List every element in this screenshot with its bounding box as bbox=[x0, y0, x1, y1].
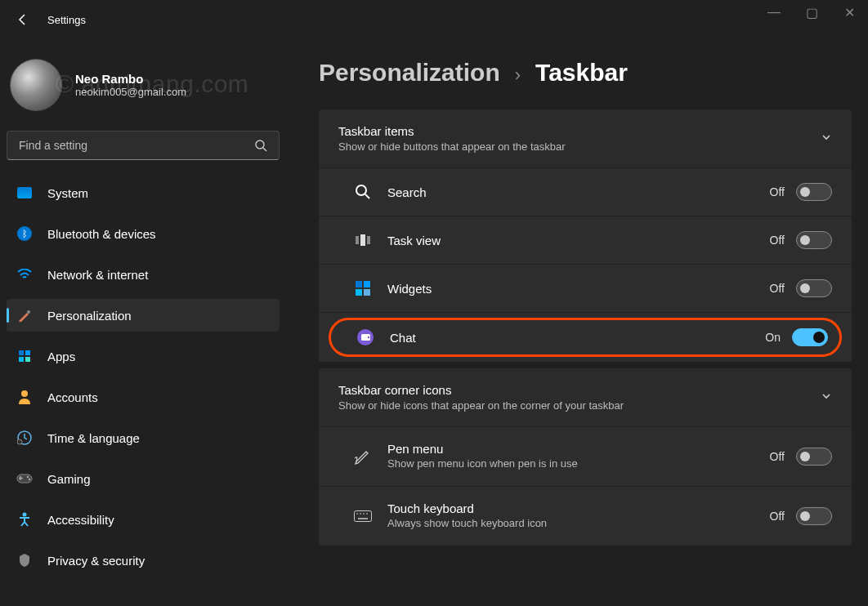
toggle-state-label: Off bbox=[770, 282, 785, 295]
setting-title: Touch keyboard bbox=[387, 501, 770, 515]
search-input[interactable] bbox=[19, 139, 254, 152]
toggle-switch[interactable] bbox=[796, 279, 832, 297]
page-title: Taskbar bbox=[535, 59, 628, 87]
svg-point-2 bbox=[27, 310, 30, 314]
apps-icon bbox=[16, 348, 33, 364]
avatar bbox=[10, 59, 62, 111]
svg-point-13 bbox=[23, 513, 27, 517]
privacy-icon bbox=[16, 552, 33, 568]
accessibility-icon bbox=[16, 511, 33, 528]
svg-point-24 bbox=[367, 336, 369, 338]
system-icon bbox=[16, 185, 33, 201]
sidebar-item-accounts[interactable]: Accounts bbox=[7, 381, 280, 413]
svg-line-1 bbox=[263, 148, 266, 151]
toggle-switch[interactable] bbox=[792, 328, 828, 346]
search-icon bbox=[338, 184, 387, 200]
sidebar-item-bluetooth[interactable]: ᛒBluetooth & devices bbox=[7, 217, 280, 250]
toggle-switch[interactable] bbox=[796, 507, 832, 525]
sidebar-item-label: Accessibility bbox=[47, 513, 114, 527]
back-button[interactable] bbox=[7, 3, 39, 36]
sidebar: Neo Rambo neokim005@gmail.com © antriman… bbox=[0, 39, 286, 606]
sidebar-item-label: Gaming bbox=[47, 472, 91, 486]
sidebar-item-time[interactable]: Time & language bbox=[7, 421, 280, 454]
setting-row-pen: Pen menuShow pen menu icon when pen is i… bbox=[319, 426, 852, 486]
svg-rect-21 bbox=[356, 289, 362, 296]
svg-rect-18 bbox=[367, 236, 370, 244]
sidebar-item-apps[interactable]: Apps bbox=[7, 340, 280, 372]
svg-rect-17 bbox=[360, 234, 365, 246]
section-header[interactable]: Taskbar itemsShow or hide buttons that a… bbox=[319, 109, 852, 167]
sidebar-item-label: Network & internet bbox=[47, 268, 148, 282]
sidebar-item-system[interactable]: System bbox=[7, 176, 280, 209]
search-box[interactable] bbox=[7, 131, 280, 160]
toggle-switch[interactable] bbox=[796, 231, 832, 249]
setting-description: Always show touch keyboard icon bbox=[387, 517, 616, 531]
section-title: Taskbar items bbox=[338, 124, 566, 138]
sidebar-item-gaming[interactable]: Gaming bbox=[7, 462, 280, 495]
arrow-left-icon bbox=[16, 13, 29, 26]
toggle-state-label: On bbox=[765, 331, 781, 344]
toggle-switch[interactable] bbox=[796, 448, 832, 466]
settings-section: Taskbar corner iconsShow or hide icons t… bbox=[319, 368, 852, 546]
window-controls: — ▢ ✕ bbox=[755, 0, 868, 25]
svg-rect-16 bbox=[356, 236, 359, 244]
toggle-state-label: Off bbox=[770, 185, 785, 198]
section-title: Taskbar corner icons bbox=[338, 383, 624, 397]
widgets-icon bbox=[338, 281, 387, 296]
close-button[interactable]: ✕ bbox=[830, 0, 868, 25]
setting-row-taskview: Task viewOff bbox=[319, 216, 852, 264]
sidebar-item-personalization[interactable]: Personalization bbox=[7, 299, 280, 332]
minimize-button[interactable]: — bbox=[755, 0, 793, 25]
sidebar-item-label: Privacy & security bbox=[47, 554, 145, 568]
sidebar-item-label: Personalization bbox=[47, 309, 132, 323]
setting-title: Widgets bbox=[387, 282, 770, 296]
svg-point-14 bbox=[356, 185, 366, 195]
accounts-icon bbox=[16, 389, 33, 405]
svg-rect-5 bbox=[19, 357, 24, 362]
svg-rect-20 bbox=[364, 281, 370, 287]
sidebar-item-label: Bluetooth & devices bbox=[47, 227, 156, 241]
sidebar-item-privacy[interactable]: Privacy & security bbox=[7, 544, 280, 577]
chat-icon bbox=[341, 329, 390, 345]
setting-row-widgets: WidgetsOff bbox=[319, 264, 852, 312]
toggle-switch[interactable] bbox=[796, 183, 832, 201]
svg-point-0 bbox=[256, 140, 264, 149]
setting-title: Pen menu bbox=[387, 442, 770, 456]
toggle-state-label: Off bbox=[770, 510, 785, 523]
section-subtitle: Show or hide buttons that appear on the … bbox=[338, 140, 566, 153]
setting-title: Search bbox=[387, 185, 770, 199]
setting-row-chat: ChatOn bbox=[319, 312, 852, 362]
svg-rect-3 bbox=[19, 350, 24, 355]
setting-description: Show pen menu icon when pen is in use bbox=[387, 457, 616, 471]
nav-list: SystemᛒBluetooth & devicesNetwork & inte… bbox=[7, 176, 280, 606]
sidebar-item-label: Accounts bbox=[47, 390, 98, 404]
svg-point-11 bbox=[27, 476, 29, 478]
setting-row-search: SearchOff bbox=[319, 167, 852, 216]
svg-rect-6 bbox=[25, 357, 30, 362]
chevron-right-icon: › bbox=[515, 65, 521, 86]
breadcrumb-parent[interactable]: Personalization bbox=[319, 59, 500, 87]
svg-rect-25 bbox=[355, 510, 372, 521]
sidebar-item-label: Time & language bbox=[47, 431, 140, 445]
settings-section: Taskbar itemsShow or hide buttons that a… bbox=[319, 109, 852, 362]
window-title: Settings bbox=[47, 14, 86, 26]
profile-block[interactable]: Neo Rambo neokim005@gmail.com © antriman… bbox=[7, 46, 280, 131]
titlebar: Settings — ▢ ✕ bbox=[0, 0, 868, 39]
svg-point-9 bbox=[17, 439, 22, 444]
breadcrumb: Personalization › Taskbar bbox=[319, 59, 852, 87]
network-icon bbox=[16, 266, 33, 283]
profile-name: Neo Rambo bbox=[75, 72, 186, 86]
section-subtitle: Show or hide icons that appear on the co… bbox=[338, 399, 624, 412]
sidebar-item-network[interactable]: Network & internet bbox=[7, 258, 280, 291]
toggle-state-label: Off bbox=[770, 234, 785, 247]
keyboard-icon bbox=[338, 510, 387, 522]
section-header[interactable]: Taskbar corner iconsShow or hide icons t… bbox=[319, 368, 852, 426]
search-icon bbox=[254, 139, 267, 152]
svg-rect-19 bbox=[356, 281, 362, 287]
sidebar-item-accessibility[interactable]: Accessibility bbox=[7, 503, 280, 536]
profile-email: neokim005@gmail.com bbox=[75, 86, 186, 98]
svg-line-15 bbox=[365, 194, 369, 198]
maximize-button[interactable]: ▢ bbox=[793, 0, 830, 25]
toggle-state-label: Off bbox=[770, 450, 785, 463]
pen-icon bbox=[338, 447, 387, 466]
